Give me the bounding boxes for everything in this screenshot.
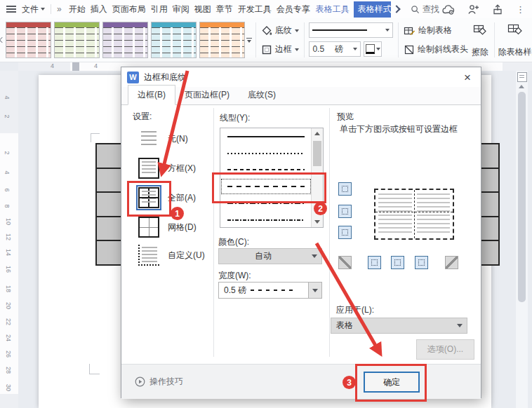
share-icon[interactable] (492, 4, 503, 15)
scrollbar-thumb[interactable] (518, 92, 526, 302)
tab-page-border[interactable]: 页面边框(P) (175, 86, 239, 104)
ruler-number: 2 (4, 151, 11, 154)
tab-shading[interactable]: 底纹(S) (239, 86, 285, 104)
gallery-more-button[interactable] (246, 18, 252, 62)
erase-button[interactable]: 擦除 (470, 18, 491, 62)
app-window: 文件 » 开始 插入 页面布局 引用 审阅 视图 章节 开发工具 会员专享 表格… (0, 0, 532, 408)
tab-borders[interactable]: 边框(B) (128, 85, 175, 105)
more-options-icon[interactable]: ⋮ (516, 4, 525, 15)
preview-diagonal-up-border-button[interactable] (338, 256, 352, 269)
line-style-option-dotted[interactable] (220, 145, 312, 162)
draw-diagonal-header-label: 绘制斜线表头 (418, 43, 468, 55)
border-button[interactable]: 边框 (261, 41, 299, 58)
setting-custom[interactable]: 自定义(U) (138, 245, 205, 266)
line-style-option-dash-dot-dot[interactable] (220, 212, 312, 229)
line-weight-dropdown[interactable]: 0.5 磅 (309, 41, 361, 57)
ruler-marker (72, 62, 79, 71)
table-style-thumbnail-purple[interactable] (102, 22, 148, 58)
table-style-thumbnail-orange[interactable] (199, 22, 245, 58)
setting-custom-icon (138, 245, 159, 266)
tab-table-style[interactable]: 表格样式 (354, 1, 391, 18)
line-style-option-dash-large[interactable] (220, 178, 312, 195)
line-style-option-solid[interactable] (220, 128, 312, 145)
draw-table-button[interactable]: 绘制表格 (404, 22, 468, 39)
color-dropdown[interactable]: 自动 (218, 248, 322, 264)
setting-box[interactable]: 方框(X) (138, 158, 196, 179)
setting-all[interactable]: 全部(A) (138, 187, 196, 208)
dropdown-arrow-icon (353, 48, 357, 50)
divider (51, 4, 51, 14)
preview-top-border-button[interactable] (338, 182, 352, 196)
color-label: 颜色(C): (218, 236, 249, 248)
menu-references[interactable]: 引用 (151, 4, 168, 15)
menu-review[interactable]: 审阅 (173, 4, 189, 15)
margin-corner-mark (89, 364, 100, 374)
table-style-thumbnail-teal[interactable] (151, 22, 197, 58)
ruler-number: 14 (5, 249, 12, 256)
vertical-scrollbar[interactable] (516, 71, 528, 408)
tips-label: 操作技巧 (149, 376, 183, 388)
setting-none[interactable]: 无(N) (138, 128, 188, 149)
menu-items: 开始 插入 页面布局 引用 审阅 视图 章节 开发工具 会员专享 (69, 4, 310, 15)
chevron-right-icon[interactable] (392, 5, 400, 13)
preview-diagonal-down-border-button[interactable] (445, 256, 458, 269)
cloud-sync-icon[interactable] (442, 4, 455, 15)
dialog-title: 边框和底纹 (144, 72, 186, 83)
wps-writer-logo: W (127, 72, 139, 83)
close-icon[interactable]: × (460, 72, 475, 83)
line-style-option-dash-small[interactable] (220, 162, 312, 179)
scroll-up-arrow[interactable] (519, 85, 524, 88)
ruler-number: 8 (4, 204, 11, 208)
table-style-gallery (4, 18, 246, 62)
menu-insert[interactable]: 插入 (91, 4, 107, 15)
line-style-option-dash-dot[interactable] (220, 195, 312, 212)
line-style-dropdown[interactable] (309, 22, 393, 38)
menu-page-layout[interactable]: 页面布局 (112, 4, 146, 15)
preview-left-border-button[interactable] (368, 256, 381, 269)
setting-grid[interactable]: 网格(D) (138, 217, 197, 238)
menu-home[interactable]: 开始 (69, 4, 86, 15)
menu-section[interactable]: 章节 (216, 4, 233, 15)
apply-to-dropdown[interactable]: 表格 (331, 318, 467, 334)
draw-diagonal-header-button[interactable]: 绘制斜线表头 (404, 41, 468, 58)
context-tab-group-label[interactable]: 表格工具 (316, 4, 350, 15)
preview-right-border-button[interactable] (415, 256, 428, 269)
list-scrollbar[interactable] (311, 128, 323, 227)
vertical-ruler[interactable]: 4 2 2 4 6 8 10 12 14 16 18 20 22 24 26 2… (0, 71, 18, 408)
shading-bucket-icon (261, 25, 272, 36)
scrollbar-thumb[interactable] (313, 141, 321, 166)
search-button[interactable]: 查找 (411, 4, 439, 15)
border-color-button[interactable] (364, 41, 382, 57)
setting-grid-icon (138, 217, 159, 238)
file-menu[interactable]: 文件 (22, 4, 45, 15)
tips-link[interactable]: 操作技巧 (135, 376, 183, 388)
dialog-title-bar[interactable]: W 边框和底纹 × (121, 67, 481, 87)
scroll-down-arrow[interactable] (314, 220, 320, 224)
preview-table-diagram[interactable] (374, 189, 454, 240)
width-line-preview (251, 290, 294, 291)
menu-dev-tools[interactable]: 开发工具 (238, 4, 272, 15)
ribbon-overflow-button[interactable]: » (57, 4, 62, 14)
scroll-up-arrow[interactable] (314, 132, 320, 135)
table-style-thumbnail-green[interactable] (54, 22, 100, 58)
add-user-icon[interactable] (467, 4, 479, 15)
ruler-number: 4 (94, 62, 98, 69)
preview-inside-horizontal-border-button[interactable] (338, 205, 352, 218)
setting-box-label: 方框(X) (168, 163, 196, 175)
dropdown-arrow-button[interactable] (308, 283, 321, 298)
ruler-toggle-icon[interactable] (517, 72, 527, 82)
setting-box-icon (138, 158, 159, 179)
border-label: 边框 (275, 43, 292, 55)
clear-table-style-button[interactable]: 清除表格样式 (498, 18, 532, 62)
table-style-thumbnail-red[interactable] (6, 22, 51, 58)
hamburger-menu-icon[interactable] (6, 6, 16, 13)
width-label: 宽度(W): (218, 270, 251, 282)
shading-button[interactable]: 底纹 (261, 22, 299, 39)
preview-inside-vertical-border-button[interactable] (391, 256, 404, 269)
width-dropdown[interactable]: 0.5 磅 (218, 282, 322, 299)
preview-bottom-border-button[interactable] (338, 226, 352, 239)
menu-view[interactable]: 视图 (194, 4, 211, 15)
menu-member[interactable]: 会员专享 (277, 4, 310, 15)
ok-button[interactable]: 确定 (364, 372, 420, 393)
ruler-number: 10 (5, 218, 12, 225)
